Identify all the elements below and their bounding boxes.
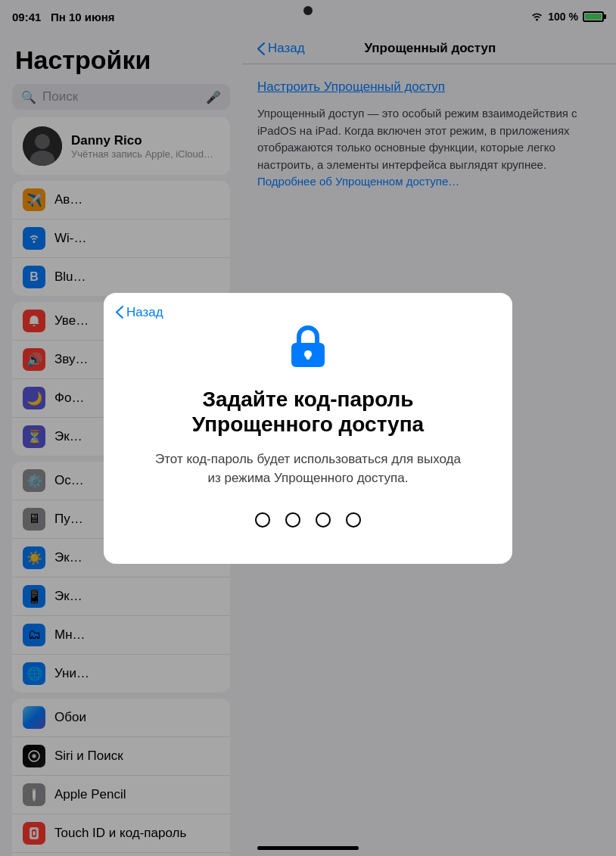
pin-input[interactable]	[255, 512, 361, 528]
modal-back-label: Назад	[126, 304, 163, 319]
camera-notch	[303, 6, 313, 15]
pin-dot-4	[346, 512, 361, 528]
home-indicator	[257, 846, 359, 850]
modal-subtitle: Этот код-пароль будет использоваться для…	[155, 450, 461, 488]
svg-rect-16	[306, 353, 310, 359]
lock-icon	[284, 319, 332, 368]
pin-dot-3	[316, 512, 331, 528]
passcode-modal: Назад Задайте код-парольУпрощенного дост…	[104, 292, 512, 563]
pin-dot-1	[255, 512, 270, 528]
modal-title: Задайте код-парольУпрощенного доступа	[192, 386, 424, 437]
modal-back-button[interactable]: Назад	[116, 304, 163, 319]
pin-dot-2	[285, 512, 300, 528]
